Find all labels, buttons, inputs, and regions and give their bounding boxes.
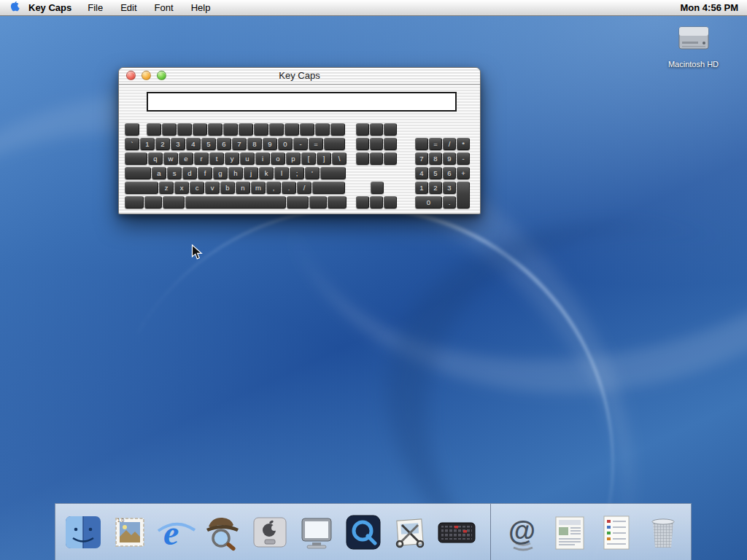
menu-file[interactable]: File bbox=[88, 2, 103, 13]
keyboard-key[interactable]: + bbox=[457, 167, 470, 179]
keyboard-key[interactable]: / bbox=[443, 138, 456, 150]
keyboard-key[interactable]: = bbox=[309, 138, 323, 150]
keyboard-key-8[interactable]: 8 bbox=[429, 152, 442, 165]
keyboard-key-u[interactable]: u bbox=[240, 152, 255, 165]
keyboard-key-9[interactable]: 9 bbox=[263, 138, 277, 150]
keyboard-key[interactable] bbox=[144, 196, 162, 209]
keyboard-key[interactable] bbox=[415, 138, 428, 150]
dock-item-key-caps[interactable] bbox=[436, 511, 478, 553]
keyboard-key[interactable] bbox=[457, 182, 470, 209]
keyboard-key-l[interactable]: l bbox=[274, 167, 289, 179]
desktop-icon-macintosh-hd[interactable]: Macintosh HD bbox=[659, 22, 728, 69]
keyboard-key-1[interactable]: 1 bbox=[415, 182, 428, 194]
keyboard-key[interactable] bbox=[370, 138, 383, 150]
dock-item-mail[interactable]: 1.0 bbox=[109, 511, 151, 553]
keyboard-key-h[interactable]: h bbox=[228, 167, 243, 179]
dock-item-finder[interactable] bbox=[62, 511, 104, 553]
keyboard-key-6[interactable]: 6 bbox=[217, 138, 231, 150]
keyboard-key-d[interactable]: d bbox=[182, 167, 197, 179]
keyboard-key[interactable] bbox=[163, 196, 185, 209]
menu-edit[interactable]: Edit bbox=[120, 2, 136, 13]
keyboard-key-s[interactable]: s bbox=[167, 167, 182, 179]
keyboard-key-i[interactable]: i bbox=[255, 152, 270, 165]
keyboard-key[interactable] bbox=[370, 152, 383, 165]
keyboard-key[interactable] bbox=[125, 196, 144, 209]
dock-item-quicktime-player[interactable] bbox=[342, 511, 384, 553]
keyboard-key[interactable] bbox=[384, 196, 397, 209]
keyboard-key-g[interactable]: g bbox=[213, 167, 228, 179]
keyboard-key[interactable] bbox=[312, 182, 345, 194]
keyboard-key-5[interactable]: 5 bbox=[201, 138, 216, 150]
keyboard-key-4[interactable]: 4 bbox=[415, 167, 428, 179]
keyboard-key[interactable]: ` bbox=[125, 138, 139, 150]
keyboard-key[interactable]: / bbox=[297, 182, 311, 194]
dock-item-sherlock[interactable] bbox=[202, 511, 244, 553]
keyboard-key-w[interactable]: w bbox=[163, 152, 178, 165]
keyboard-key[interactable] bbox=[223, 123, 238, 136]
keyboard-key[interactable] bbox=[269, 123, 284, 136]
keyboard-key[interactable]: ; bbox=[290, 167, 304, 179]
keyboard-key[interactable] bbox=[315, 123, 330, 136]
keyboard-key[interactable] bbox=[125, 123, 139, 136]
keyboard-key[interactable] bbox=[384, 123, 397, 136]
keyboard-key[interactable]: - bbox=[457, 152, 470, 165]
keyboard-key-m[interactable]: m bbox=[251, 182, 266, 194]
keyboard-key[interactable] bbox=[324, 138, 345, 150]
keyboard-key-0[interactable]: 0 bbox=[278, 138, 293, 150]
keyboard-key-3[interactable]: 3 bbox=[443, 182, 456, 194]
keyboard-key-7[interactable]: 7 bbox=[415, 152, 428, 165]
keyboard-key-0[interactable]: 0 bbox=[415, 196, 442, 209]
keyboard-key[interactable] bbox=[125, 167, 151, 179]
keyboard-key-3[interactable]: 3 bbox=[171, 138, 185, 150]
keyboard-key-n[interactable]: n bbox=[236, 182, 250, 194]
keyboard-key-f[interactable]: f bbox=[198, 167, 212, 179]
keyboard-key-a[interactable]: a bbox=[152, 167, 166, 179]
dock-item-news-document[interactable] bbox=[549, 511, 591, 553]
keyboard-key[interactable]: * bbox=[457, 138, 470, 150]
keyboard-key[interactable] bbox=[356, 138, 369, 150]
keyboard-key-7[interactable]: 7 bbox=[232, 138, 247, 150]
keyboard-key-9[interactable]: 9 bbox=[443, 152, 456, 165]
keyboard-key[interactable] bbox=[370, 123, 383, 136]
dock-item-list-document[interactable] bbox=[595, 511, 638, 553]
keyboard-key[interactable] bbox=[208, 123, 222, 136]
keyboard-key[interactable] bbox=[309, 196, 327, 209]
keyboard-key[interactable] bbox=[356, 152, 369, 165]
keyboard-key-x[interactable]: x bbox=[174, 182, 189, 194]
keyboard-key[interactable] bbox=[371, 182, 384, 194]
keyboard-key-q[interactable]: q bbox=[148, 152, 163, 165]
keyboard-key-z[interactable]: z bbox=[159, 182, 174, 194]
keyboard-key[interactable] bbox=[356, 123, 369, 136]
keyboard-key-4[interactable]: 4 bbox=[186, 138, 201, 150]
keyboard-key[interactable] bbox=[330, 123, 345, 136]
keyboard-key[interactable]: ] bbox=[317, 152, 331, 165]
menu-help[interactable]: Help bbox=[191, 2, 211, 13]
keyboard-key[interactable] bbox=[356, 196, 369, 209]
keyboard-key-v[interactable]: v bbox=[205, 182, 220, 194]
keyboard-key-k[interactable]: k bbox=[259, 167, 274, 179]
keyboard-key-j[interactable]: j bbox=[244, 167, 258, 179]
dock-item-internet-explorer[interactable]: e bbox=[155, 511, 198, 553]
keyboard-key[interactable] bbox=[125, 182, 158, 194]
keyboard-key-b[interactable]: b bbox=[220, 182, 235, 194]
menu-clock[interactable]: Mon 4:56 PM bbox=[681, 2, 738, 13]
keyboard-key-o[interactable]: o bbox=[271, 152, 285, 165]
dock-item-grab[interactable] bbox=[389, 511, 431, 553]
window-titlebar[interactable]: Key Caps bbox=[119, 68, 480, 85]
keyboard-key[interactable] bbox=[239, 123, 253, 136]
keyboard-key[interactable] bbox=[254, 123, 268, 136]
keyboard-key[interactable]: . bbox=[282, 182, 296, 194]
dock-item-system-preferences[interactable] bbox=[249, 511, 291, 553]
keyboard-key-6[interactable]: 6 bbox=[443, 167, 456, 179]
dock-item-web-link[interactable]: @ bbox=[502, 511, 544, 553]
keyboard-key[interactable]: \ bbox=[332, 152, 347, 165]
keyboard-key[interactable] bbox=[300, 123, 314, 136]
keyboard-key[interactable] bbox=[384, 138, 397, 150]
keyboard-key-c[interactable]: c bbox=[190, 182, 204, 194]
keyboard-key-y[interactable]: y bbox=[225, 152, 239, 165]
keyboard-key[interactable]: = bbox=[429, 138, 442, 150]
keyboard-key[interactable] bbox=[320, 167, 346, 179]
keyboard-key[interactable]: . bbox=[443, 196, 456, 209]
keyboard-key[interactable] bbox=[125, 152, 147, 165]
keyboard-key[interactable] bbox=[177, 123, 192, 136]
